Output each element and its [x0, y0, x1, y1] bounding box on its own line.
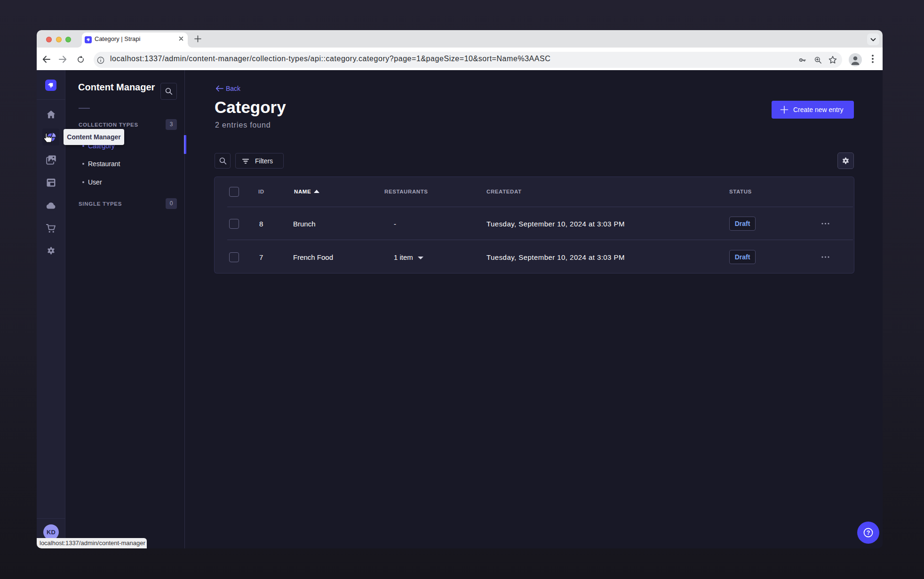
svg-text:?: ?	[867, 530, 870, 536]
